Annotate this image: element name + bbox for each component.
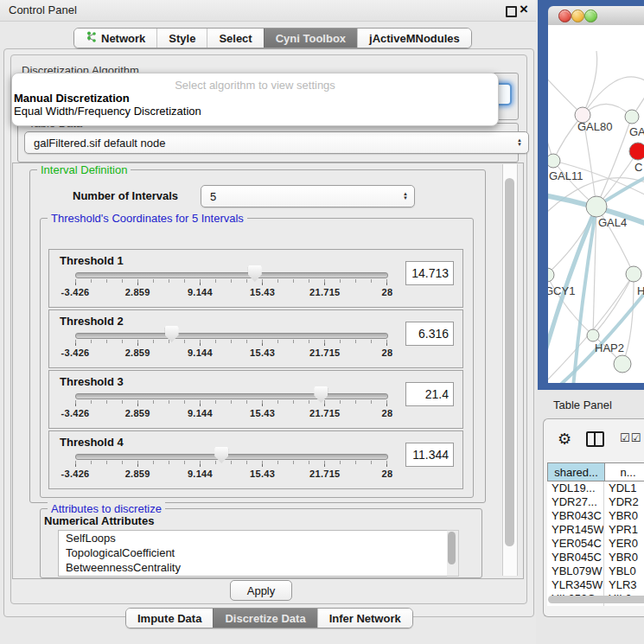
columns-icon[interactable] (586, 431, 604, 447)
cell-name: YER0 (604, 537, 644, 551)
top-tabbar: NetworkStyleSelectCyni ToolboxjActiveMNo… (73, 28, 472, 48)
column-header-shared-name[interactable]: shared... (548, 463, 605, 481)
cell-shared-name: YER054C (547, 537, 604, 551)
cell-shared-name: YLR345W (547, 578, 604, 592)
cell-name: YBR0 (604, 509, 644, 523)
thresholds-group-label: Threshold's Coordinates for 5 Intervals (48, 212, 247, 225)
tick-label: 9.144 (188, 469, 213, 479)
network-edge (548, 107, 553, 161)
table-row[interactable]: YBL079WYBL0 (547, 564, 644, 578)
slider-tick-labels: -3.4262.8599.14415.4321.71528 (75, 469, 387, 480)
tab-network[interactable]: Network (74, 29, 156, 48)
tab-select[interactable]: Select (207, 29, 263, 48)
attribute-list-item[interactable]: BetweennessCentrality (59, 560, 448, 575)
cell-shared-name: YDR27... (547, 495, 604, 509)
attribute-list-item[interactable]: TopologicalCoefficient (59, 545, 448, 560)
tab-label: Style (169, 32, 195, 45)
threshold-panel: Threshold 3-3.4262.8599.14415.4321.71528… (48, 370, 463, 429)
tick-label: 9.144 (188, 348, 213, 358)
table-row[interactable]: YDL19...YDL1 (547, 481, 644, 495)
network-node[interactable] (548, 154, 560, 168)
network-canvas[interactable]: GAL80GACGAL11GAL4GCY1HHAP2 (548, 25, 644, 383)
slider-minor-ticks (75, 279, 387, 283)
attribute-list-item[interactable]: SelfLoops (59, 531, 448, 545)
zoom-traffic-light-icon[interactable] (584, 10, 597, 22)
tab-label: Network (101, 32, 145, 45)
tab-label: Infer Network (329, 612, 401, 625)
table-rows: YDL19...YDL1YDR27...YDR2YBR043CYBR0YPR14… (547, 481, 644, 606)
network-node[interactable] (548, 268, 554, 282)
threshold-value-field[interactable]: 6.316 (405, 322, 454, 346)
threshold-value-field[interactable]: 21.4 (405, 382, 454, 406)
number-of-intervals-combobox[interactable]: 5 ▲▼ (201, 185, 415, 207)
cell-name: YBR0 (604, 551, 644, 564)
table-row[interactable]: YLR345WYLR3 (547, 578, 644, 592)
checkboxes-icon[interactable]: ☑☑ (620, 431, 641, 445)
settings-vertical-scrollbar[interactable] (502, 164, 518, 576)
table-row[interactable]: YBR043CYBR0 (547, 509, 644, 523)
tick-label: 2.859 (125, 408, 150, 418)
cell-shared-name: YBR043C (547, 509, 604, 523)
threshold-panel: Threshold 2-3.4262.8599.14415.4321.71528… (48, 309, 463, 368)
network-node[interactable] (629, 143, 644, 160)
slider-minor-ticks (75, 340, 387, 343)
tick-label: 28 (382, 408, 393, 418)
network-edge (548, 60, 583, 115)
minimize-traffic-light-icon[interactable] (571, 10, 584, 22)
algorithm-option[interactable]: Manual Discretization (12, 92, 498, 105)
tick-label: 2.859 (125, 469, 150, 479)
threshold-panel: Threshold 4-3.4262.8599.14415.4321.71528… (48, 430, 463, 489)
attributes-group-label: Attributes to discretize (48, 502, 165, 515)
table-row[interactable]: YPR145WYPR1 (547, 523, 644, 537)
slider-track[interactable] (75, 454, 388, 460)
slider-track[interactable] (75, 272, 388, 278)
network-node[interactable] (625, 110, 639, 124)
tick-label: 21.715 (309, 408, 340, 418)
threshold-value-field[interactable]: 11.344 (405, 443, 454, 467)
stepper-icon: ▲▼ (403, 192, 408, 201)
network-window: GAL80GACGAL11GAL4GCY1HHAP2 (538, 0, 644, 390)
gear-icon[interactable]: ⚙ (558, 431, 571, 447)
close-traffic-light-icon[interactable] (558, 10, 571, 22)
apply-button[interactable]: Apply (230, 580, 292, 601)
cell-name: YDR2 (604, 495, 644, 509)
cell-shared-name: YPR145W (547, 523, 604, 537)
network-node-label: GCY1 (548, 284, 575, 297)
interval-definition-label: Interval Definition (37, 163, 131, 176)
column-header-name[interactable]: n... (605, 463, 644, 481)
network-edge (583, 77, 644, 115)
control-panel-titlebar: Control Panel × (0, 0, 536, 22)
tick-label: 9.144 (188, 287, 213, 297)
network-node[interactable] (587, 329, 599, 341)
network-node[interactable] (626, 266, 641, 282)
network-node[interactable] (586, 196, 607, 217)
threshold-value-field[interactable]: 14.713 (405, 261, 454, 285)
slider-tick-labels: -3.4262.8599.14415.4321.71528 (75, 287, 387, 298)
attributes-list-scrollbar[interactable] (447, 530, 459, 577)
tick-label: 15.43 (250, 469, 275, 479)
panel-title: Control Panel (9, 3, 77, 16)
numerical-attributes-list[interactable]: SelfLoopsTopologicalCoefficientBetweenne… (58, 530, 449, 577)
stepper-icon: ▲▼ (517, 138, 522, 147)
slider-track[interactable] (75, 393, 388, 399)
tab-label: Select (219, 32, 252, 45)
table-data-combobox[interactable]: galFiltered.sif default node ▲▼ (24, 131, 529, 154)
close-icon[interactable]: × (520, 1, 528, 18)
float-window-icon[interactable] (506, 6, 517, 17)
tick-label: -3.426 (61, 287, 90, 297)
slider-track[interactable] (75, 333, 388, 339)
table-horizontal-scrollbar[interactable] (548, 596, 644, 603)
tab-discretize-data[interactable]: Discretize Data (213, 609, 316, 628)
tab-jactivemnodules[interactable]: jActiveMNodules (357, 29, 471, 48)
network-node-label: GAL80 (577, 120, 612, 133)
tab-cyni-toolbox[interactable]: Cyni Toolbox (264, 29, 357, 48)
algorithm-option[interactable]: Equal Width/Frequency Discretization (12, 105, 498, 118)
tab-style[interactable]: Style (156, 29, 207, 48)
tab-infer-network[interactable]: Infer Network (317, 609, 412, 628)
table-row[interactable]: YER054CYER0 (547, 537, 644, 551)
network-node[interactable] (614, 355, 631, 373)
tab-impute-data[interactable]: Impute Data (126, 609, 213, 628)
table-row[interactable]: YBR045CYBR0 (547, 551, 644, 564)
table-row[interactable]: YDR27...YDR2 (547, 495, 644, 509)
cell-name: YLR3 (604, 578, 644, 592)
